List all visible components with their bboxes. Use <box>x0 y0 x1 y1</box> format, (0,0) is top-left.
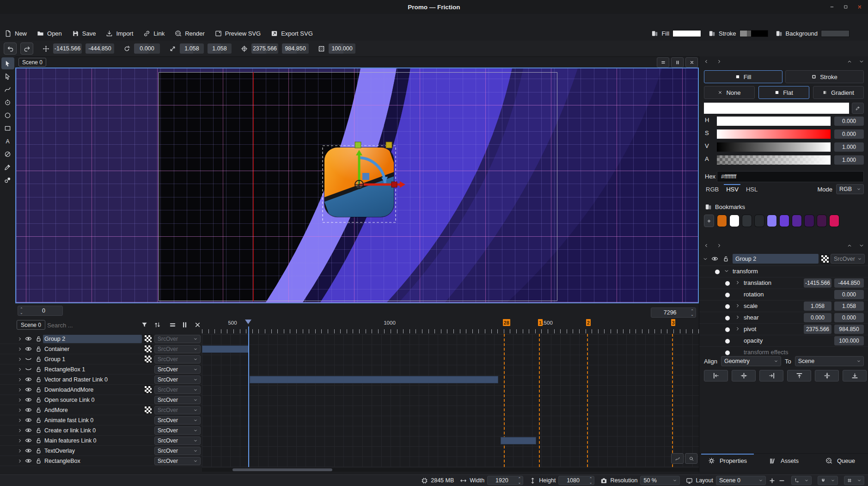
layer-name[interactable]: Group 2 <box>43 335 142 343</box>
scale-y-field[interactable]: 1.058 <box>208 43 232 54</box>
layer-name[interactable]: Group 1 <box>44 355 142 363</box>
tab-assets[interactable]: Assets <box>756 454 812 468</box>
eye-icon[interactable] <box>25 376 32 383</box>
chevron-right-icon[interactable] <box>18 398 22 402</box>
layer-row[interactable]: Group 1 SrcOver <box>0 354 202 364</box>
current-color-bar[interactable] <box>704 103 849 114</box>
timeline-scrollbar[interactable] <box>202 468 699 472</box>
lock-open-icon[interactable] <box>722 255 729 262</box>
layer-name[interactable]: Create or link Link 0 <box>44 426 142 435</box>
preview-svg-button[interactable]: Preview SVG <box>215 30 261 37</box>
layer-name[interactable]: Container <box>44 345 142 353</box>
keyframe-grid[interactable] <box>202 334 699 467</box>
search-input[interactable] <box>46 320 131 330</box>
lock-open-icon[interactable] <box>35 396 42 403</box>
eye-icon[interactable] <box>711 255 718 262</box>
fill-summary[interactable]: Fill <box>651 30 701 37</box>
fill-color-swatch[interactable] <box>672 30 701 37</box>
value-value[interactable]: 1.000 <box>834 142 864 152</box>
keyframe-bullet[interactable] <box>725 281 730 286</box>
chevron-right-icon[interactable] <box>18 438 22 443</box>
keyframe-bullet[interactable] <box>725 351 730 355</box>
layout-dropdown[interactable]: Scene 0 <box>716 476 766 485</box>
save-button[interactable]: Save <box>72 30 96 37</box>
tab-stroke[interactable]: Stroke <box>785 70 864 83</box>
pivot-x-field[interactable]: 2375.566 <box>251 43 278 54</box>
chevron-right-icon[interactable] <box>735 303 740 308</box>
layer-name[interactable]: DownloadAndMore <box>44 386 142 394</box>
property-value-1[interactable]: -1415.566 <box>804 278 831 288</box>
rectangle-tool[interactable] <box>1 122 14 134</box>
minus-icon[interactable] <box>778 477 785 484</box>
bookmark-swatch[interactable] <box>830 215 839 227</box>
graph-editor-button[interactable] <box>671 453 684 464</box>
tab-hsl[interactable]: HSL <box>746 186 758 193</box>
path-options-dropdown[interactable] <box>791 476 812 485</box>
keyframe-bullet[interactable] <box>725 316 730 320</box>
blend-mode-dropdown[interactable]: SrcOver <box>154 345 201 353</box>
bookmark-swatch[interactable] <box>805 215 814 227</box>
chevron-right-icon[interactable] <box>18 418 22 423</box>
chevron-right-icon[interactable] <box>18 377 22 382</box>
layer-row[interactable]: Group 2 SrcOver <box>0 334 202 344</box>
layer-name[interactable]: TextOverlay <box>44 447 142 455</box>
chevron-right-icon[interactable] <box>18 357 22 362</box>
tab-hsv[interactable]: HSV <box>726 186 739 193</box>
scale-x-field[interactable]: 1.058 <box>180 43 204 54</box>
mode-dropdown[interactable]: RGB <box>836 184 864 194</box>
render-button[interactable]: Render <box>175 30 205 37</box>
property-value-1[interactable]: 0.000 <box>804 313 831 322</box>
layer-row[interactable]: RectangleBox 1 SrcOver <box>0 364 202 375</box>
layer-name[interactable]: Main features Link 0 <box>44 437 142 445</box>
top-right-handle[interactable] <box>386 142 392 148</box>
new-button[interactable]: New <box>5 30 27 37</box>
chevron-right-icon[interactable] <box>735 315 740 320</box>
keyframe-bullet[interactable] <box>725 339 730 344</box>
keyframe-bullet[interactable] <box>725 304 730 309</box>
canvas-viewport[interactable] <box>15 68 699 303</box>
maximize-button[interactable] <box>840 1 851 12</box>
hamburger-icon[interactable] <box>169 321 176 328</box>
bookmark-swatch[interactable] <box>755 215 764 227</box>
layer-name[interactable]: Vector and Raster Link 0 <box>44 375 142 384</box>
chevron-right-icon[interactable] <box>18 347 22 351</box>
plus-icon[interactable] <box>769 477 776 484</box>
keyframe-bullet[interactable] <box>725 327 730 332</box>
chevron-right-icon[interactable] <box>18 449 22 453</box>
timeline-marker[interactable]: 28 <box>503 319 510 326</box>
lock-open-icon[interactable] <box>35 376 42 383</box>
playhead-handle[interactable] <box>245 320 251 324</box>
object-name-field[interactable]: Group 2 <box>733 254 819 264</box>
lock-open-icon[interactable] <box>35 345 42 352</box>
tab-fill[interactable]: Fill <box>704 70 782 83</box>
paint-type-gradient[interactable]: Gradient <box>813 86 864 99</box>
chevron-down-icon[interactable] <box>724 269 729 273</box>
text-tool[interactable]: A <box>1 135 14 147</box>
sort-icon[interactable] <box>154 321 161 328</box>
blend-mode-dropdown[interactable]: SrcOver <box>154 355 201 363</box>
lock-open-icon[interactable] <box>35 406 42 413</box>
alpha-slider[interactable] <box>717 155 831 165</box>
layer-row[interactable]: Main features Link 0 SrcOver <box>0 436 202 446</box>
width-spinner[interactable]: 1920 ⌃⌄ <box>487 476 523 485</box>
align-right-button[interactable] <box>759 370 783 381</box>
align-geometry-dropdown[interactable]: Geometry <box>721 356 781 366</box>
chevron-right-icon[interactable] <box>735 280 740 285</box>
layer-row[interactable]: DownloadAndMore SrcOver <box>0 385 202 395</box>
blend-checker-icon[interactable] <box>144 406 152 414</box>
align-hcenter-button[interactable] <box>732 370 756 381</box>
chevron-down-icon[interactable] <box>859 243 864 248</box>
top-handle[interactable] <box>355 142 361 148</box>
eye-icon[interactable] <box>25 447 32 454</box>
layer-name[interactable]: RectangleBox <box>44 457 142 465</box>
layer-row[interactable]: Open source Link 0 SrcOver <box>0 395 202 405</box>
chevron-right-icon[interactable] <box>18 337 22 341</box>
point-select-tool[interactable] <box>1 70 14 82</box>
property-value-1[interactable]: 1.058 <box>804 301 831 311</box>
grid-options-dropdown[interactable] <box>844 476 864 485</box>
lock-open-icon[interactable] <box>35 356 42 363</box>
align-vcenter-button[interactable] <box>815 370 839 381</box>
stroke-color-swatch[interactable] <box>740 30 768 37</box>
chevron-left-icon[interactable] <box>704 243 709 248</box>
bookmark-swatch[interactable] <box>792 215 801 227</box>
